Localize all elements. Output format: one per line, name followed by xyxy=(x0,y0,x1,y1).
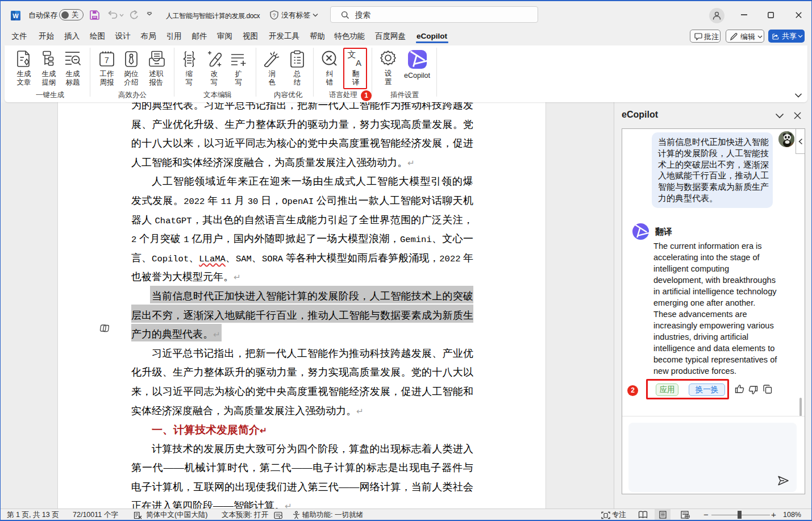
svg-text:?: ? xyxy=(273,12,276,18)
svg-text:W: W xyxy=(13,12,19,19)
svg-text:7: 7 xyxy=(105,56,109,65)
